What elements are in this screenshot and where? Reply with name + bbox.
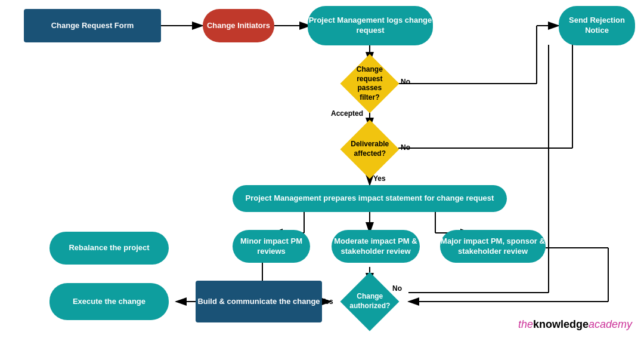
change-request-form-node: Change Request Form xyxy=(24,9,161,42)
change-authorized-node: Change authorized? xyxy=(340,272,400,331)
no-filter-label: No xyxy=(401,78,410,86)
yes-authorized-label: Yes xyxy=(321,297,333,306)
no-authorized-label: No xyxy=(392,284,402,293)
major-impact-node: Major impact PM, sponsor & stakeholder r… xyxy=(440,230,546,263)
moderate-impact-node: Moderate impact PM & stakeholder review xyxy=(332,230,420,263)
change-initiators-node: Change Initiators xyxy=(203,9,274,42)
no-deliverable-label: No xyxy=(401,143,410,152)
build-communicate-node: Build & communicate the change xyxy=(196,281,322,322)
pm-logs-node: Project Management logs change request xyxy=(308,6,433,45)
watermark: theknowledgeacademy xyxy=(518,318,632,331)
flowchart: Change Request Form Change Initiators Pr… xyxy=(0,0,644,338)
deliverable-diamond-node: Deliverable affected? xyxy=(340,120,400,179)
filter-diamond-node: Change request passes filter? xyxy=(340,54,400,113)
rebalance-project-node: Rebalance the project xyxy=(49,232,169,265)
send-rejection-node: Send Rejection Notice xyxy=(559,6,635,45)
accepted-label: Accepted xyxy=(331,109,363,118)
pm-impact-node: Project Management prepares impact state… xyxy=(233,185,507,212)
yes-deliverable-label: Yes xyxy=(373,174,386,183)
minor-impact-node: Minor impact PM reviews xyxy=(233,230,310,263)
execute-change-node: Execute the change xyxy=(49,283,169,320)
